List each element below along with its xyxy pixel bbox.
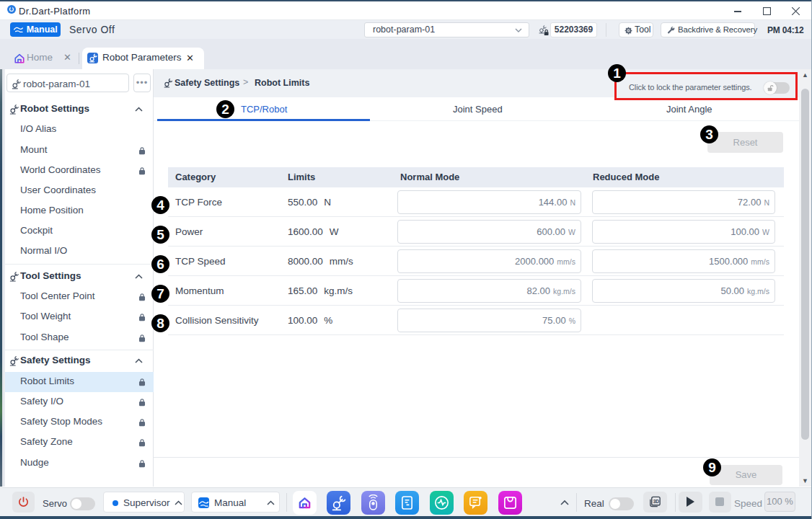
svg-text:3D: 3D — [653, 499, 660, 504]
